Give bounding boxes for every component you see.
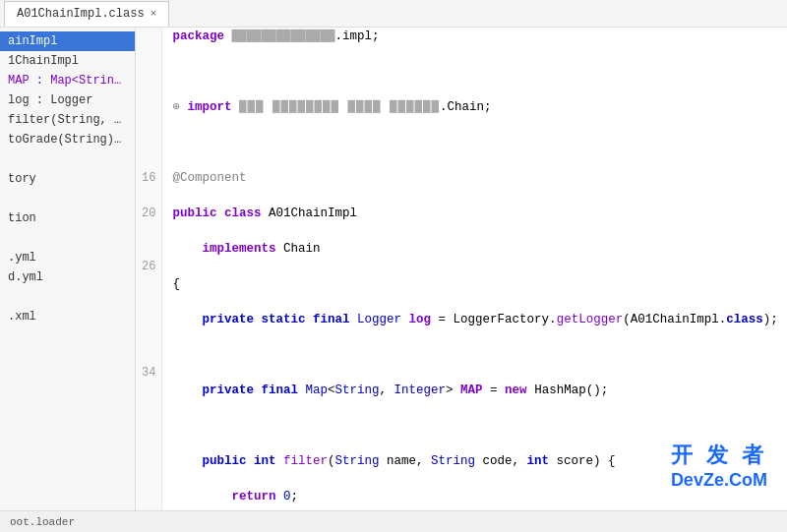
sidebar-item-log[interactable]: log : Logger [0, 90, 135, 110]
sidebar-item-dyml[interactable]: d.yml [0, 267, 135, 287]
editor-area[interactable]: 16 20 26 34 package ██████████████.imp [136, 28, 787, 510]
code-line-import: ⊕ import ███ ████████ ████ ██████.Chain; [172, 98, 777, 116]
code-line-filter-decl: public int filter(String name, String co… [172, 452, 777, 470]
code-line-empty1 [172, 63, 777, 81]
code-line-logger: private static final Logger log = Logger… [172, 311, 777, 328]
code-line-implements: implements Chain [172, 240, 777, 258]
sidebar-item-filter[interactable]: filter(String, String, in [0, 110, 135, 130]
sidebar-item-yml[interactable]: .yml [0, 248, 135, 267]
code-line-package: package ██████████████.impl; [172, 28, 777, 45]
line-num-16: 16 [142, 169, 155, 187]
sidebar-item-map[interactable]: MAP : Map<String, I [0, 71, 135, 90]
tab-label: A01ChainImpl.class [17, 7, 145, 21]
code-line-map: private final Map<String, Integer> MAP =… [172, 382, 777, 399]
sidebar-item-empty4 [0, 287, 135, 307]
code-line-empty4 [172, 417, 777, 435]
editor-content: 16 20 26 34 package ██████████████.imp [136, 28, 787, 510]
code-text[interactable]: package ██████████████.impl; ⊕ import ██… [162, 28, 787, 510]
code-line-return0-1: return 0; [172, 488, 777, 505]
sidebar-item-empty1 [0, 149, 135, 169]
line-num-26: 26 [142, 258, 155, 275]
code-line-annotation: @Component [172, 169, 777, 187]
sidebar-item-empty3 [0, 228, 135, 248]
sidebar-item-a01[interactable]: 1ChainImpl [0, 51, 135, 71]
line-numbers: 16 20 26 34 [136, 28, 162, 510]
code-line-empty3 [172, 346, 777, 364]
sidebar-item-xml[interactable]: .xml [0, 307, 135, 326]
title-bar: A01ChainImpl.class × [0, 0, 787, 28]
main-layout: ainImpl 1ChainImpl MAP : Map<String, I l… [0, 28, 787, 510]
code-line-class-decl: public class A01ChainImpl [172, 205, 777, 222]
bottom-bar-label: oot.loader [10, 516, 75, 528]
sidebar-item-tory[interactable]: tory [0, 169, 135, 189]
file-tab[interactable]: A01ChainImpl.class × [4, 1, 169, 27]
code-line-empty2 [172, 134, 777, 151]
line-num-34: 34 [142, 364, 155, 382]
sidebar-item-tion[interactable]: tion [0, 208, 135, 228]
sidebar-item-empty2 [0, 189, 135, 208]
code-line-open-brace: { [172, 275, 777, 293]
sidebar: ainImpl 1ChainImpl MAP : Map<String, I l… [0, 28, 136, 510]
sidebar-item-tograde[interactable]: toGrade(String) : int [0, 130, 135, 149]
tab-close-button[interactable]: × [151, 8, 157, 20]
line-num-20: 20 [142, 205, 155, 222]
bottom-bar: oot.loader [0, 510, 787, 532]
sidebar-item-chain-impl[interactable]: ainImpl [0, 31, 135, 51]
